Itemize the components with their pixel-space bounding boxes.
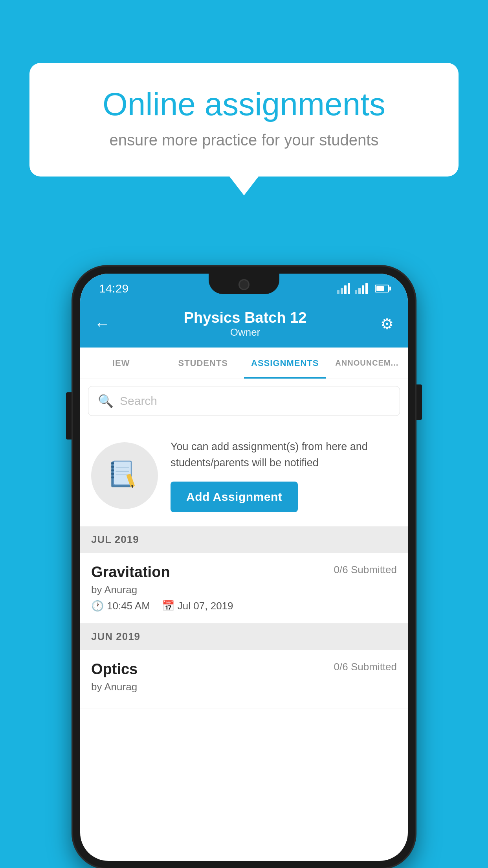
assignment-submitted-optics: 0/6 Submitted: [334, 661, 397, 673]
svg-rect-3: [111, 462, 114, 464]
phone-wrapper: 14:29: [73, 267, 415, 868]
clock-icon: 🕐: [91, 600, 104, 612]
tooltip-subtitle: ensure more practice for your students: [61, 131, 427, 149]
month-header-jul: JUL 2019: [80, 526, 408, 553]
assignment-submitted-gravitation: 0/6 Submitted: [334, 564, 397, 576]
svg-rect-5: [111, 469, 114, 471]
tab-announcements[interactable]: ANNOUNCEM...: [326, 348, 408, 379]
app-header: ← Physics Batch 12 Owner ⚙: [80, 300, 408, 348]
assignment-name-gravitation: Gravitation: [91, 564, 170, 581]
notebook-icon: [107, 458, 142, 493]
assignment-meta-gravitation: 🕐 10:45 AM 📅 Jul 07, 2019: [91, 600, 397, 612]
wifi-icon: [337, 283, 350, 294]
promo-right: You can add assignment(s) from here and …: [171, 439, 397, 512]
month-header-jun: JUN 2019: [80, 623, 408, 650]
assignment-name-optics: Optics: [91, 661, 138, 678]
search-bar[interactable]: 🔍 Search: [88, 386, 400, 416]
tooltip-card: Online assignments ensure more practice …: [29, 63, 459, 177]
promo-section: You can add assignment(s) from here and …: [80, 425, 408, 526]
svg-rect-2: [114, 462, 131, 485]
assignment-time-gravitation: 🕐 10:45 AM: [91, 600, 150, 612]
add-assignment-button[interactable]: Add Assignment: [171, 482, 298, 512]
assignment-item-optics[interactable]: Optics 0/6 Submitted by Anurag: [80, 650, 408, 708]
tooltip-title: Online assignments: [61, 86, 427, 122]
svg-rect-7: [111, 476, 114, 478]
phone-outer: 14:29: [73, 267, 415, 868]
front-camera: [238, 279, 250, 290]
settings-icon[interactable]: ⚙: [380, 315, 394, 333]
back-button[interactable]: ←: [94, 315, 110, 333]
assignment-item-gravitation[interactable]: Gravitation 0/6 Submitted by Anurag 🕐 10…: [80, 553, 408, 623]
month-section-jul: JUL 2019 Gravitation 0/6 Submitted by An…: [80, 526, 408, 623]
phone-notch: [209, 274, 279, 294]
signal-icon: [355, 283, 368, 294]
calendar-icon: 📅: [162, 600, 174, 612]
battery-icon: [375, 285, 389, 292]
phone-screen: 14:29: [80, 274, 408, 861]
header-center: Physics Batch 12 Owner: [184, 309, 307, 338]
tab-students[interactable]: STUDENTS: [162, 348, 244, 379]
search-placeholder: Search: [120, 394, 157, 408]
assignment-date-gravitation: 📅 Jul 07, 2019: [162, 600, 233, 612]
tab-assignments[interactable]: ASSIGNMENTS: [244, 348, 326, 379]
header-title: Physics Batch 12: [184, 309, 307, 326]
search-container: 🔍 Search: [80, 379, 408, 423]
status-icons: [337, 283, 389, 294]
screen-body: 🔍 Search: [80, 379, 408, 861]
month-section-jun: JUN 2019 Optics 0/6 Submitted by Anurag: [80, 623, 408, 708]
svg-rect-4: [111, 466, 114, 468]
tabs-bar: IEW STUDENTS ASSIGNMENTS ANNOUNCEM...: [80, 348, 408, 379]
status-time: 14:29: [99, 282, 128, 295]
search-icon: 🔍: [98, 394, 114, 408]
svg-rect-6: [111, 473, 114, 475]
assignment-by-optics: by Anurag: [91, 681, 397, 693]
assignment-by-gravitation: by Anurag: [91, 584, 397, 596]
promo-text: You can add assignment(s) from here and …: [171, 439, 397, 471]
tab-iew[interactable]: IEW: [80, 348, 162, 379]
promo-icon-circle: [91, 442, 158, 509]
header-subtitle: Owner: [184, 326, 307, 338]
